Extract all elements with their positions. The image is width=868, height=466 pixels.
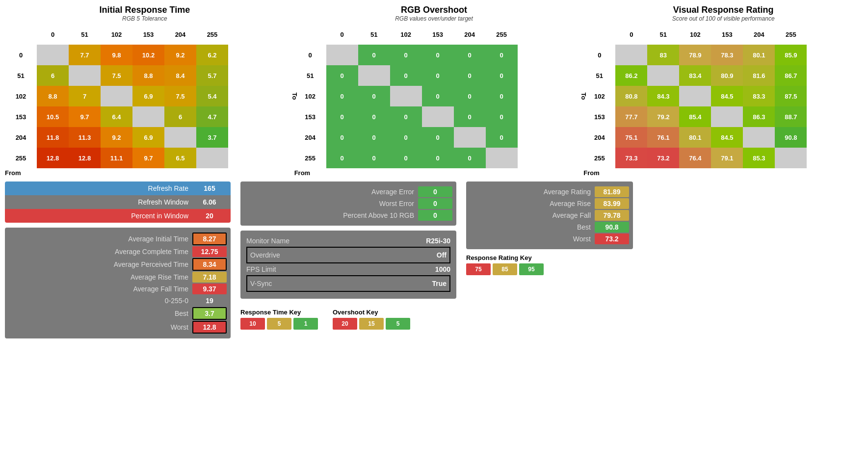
top-row: Initial Response Time RGB 5 Tolerance 05…: [5, 5, 863, 177]
overshoot-cell: 0: [390, 148, 422, 168]
avg-rise-vrr-label: Average Rise: [470, 200, 595, 207]
vrr-cell: [775, 148, 807, 168]
irt-row-header: 153: [5, 106, 37, 127]
irt-cell: 7: [69, 86, 101, 106]
fps-label: FPS Limit: [246, 265, 276, 273]
irt-cell: 11.3: [69, 127, 101, 148]
vrr-cell: 86.2: [615, 65, 647, 86]
overshoot-cell: [422, 106, 454, 127]
irt-col-header: 0: [37, 24, 69, 45]
table-row: 15300000: [294, 106, 518, 127]
overshoot-cell: 0: [326, 106, 358, 127]
vsync-inner-row: V-Sync True: [250, 280, 447, 287]
irt-col-header: 51: [69, 24, 101, 45]
zero-value: 19: [192, 295, 227, 306]
monitor-name-label: Monitor Name: [246, 237, 289, 245]
overshoot-cell: 0: [422, 86, 454, 106]
irt-cell: 5.4: [196, 86, 228, 106]
vrr-col-header: 51: [647, 24, 679, 45]
vrr-cell: [615, 45, 647, 65]
overshoot-cell: 0: [454, 106, 486, 127]
vrr-cell: 90.8: [775, 127, 807, 148]
vrr-row-header: 255: [583, 148, 615, 168]
table-row: 10280.884.384.583.387.5: [583, 86, 807, 106]
irt-cell: 11.8: [37, 127, 69, 148]
irt-subtitle: RGB 5 Tolerance: [5, 15, 285, 22]
overshoot-cell: 0: [358, 45, 390, 65]
avg-rating-label: Average Rating: [470, 188, 595, 196]
vrr-cell: 84.5: [711, 127, 743, 148]
vrr-stats-box: Average Rating 81.89 Average Rise 83.99 …: [466, 181, 633, 249]
irt-cell: [69, 65, 101, 86]
vsync-label: V-Sync: [250, 280, 272, 287]
vrr-heatmap: 051102153204255 08378.978.380.185.95186.…: [583, 24, 807, 168]
table-row: 000000: [294, 45, 518, 65]
vrr-row-header: 51: [583, 65, 615, 86]
irt-cell: 10.5: [37, 106, 69, 127]
rr-key-box: Response Rating Key 75 85 95: [466, 254, 633, 275]
overshoot-cell: 0: [326, 127, 358, 148]
avg-rise-row: Average Rise Time 7.18: [9, 272, 227, 283]
vrr-cell: 78.3: [711, 45, 743, 65]
overshoot-row-header: 102: [294, 86, 326, 106]
table-row: 10200000: [294, 86, 518, 106]
overshoot-col-header: 0: [326, 24, 358, 45]
vrr-cell: 83: [647, 45, 679, 65]
overshoot-cell: 0: [454, 65, 486, 86]
worst-label: Worst: [9, 323, 192, 331]
irt-cell: [132, 106, 164, 127]
irt-stats-box: Average Initial Time 8.27 Average Comple…: [5, 228, 231, 338]
vrr-cell: 73.3: [615, 148, 647, 168]
table-row: 5100000: [294, 65, 518, 86]
irt-heatmap: 051102153204255 07.79.810.29.26.25167.58…: [5, 24, 228, 168]
irt-cell: 3.7: [196, 127, 228, 148]
irt-cell: 6.9: [132, 127, 164, 148]
vrr-section: Visual Response Rating Score out of 100 …: [583, 5, 863, 177]
avg-rise-vrr-row: Average Rise 83.99: [470, 198, 629, 209]
overshoot-heatmap-wrapper: 051102153204255 000000510000010200000153…: [294, 24, 574, 168]
vrr-cell: 75.1: [615, 127, 647, 148]
avg-complete-value: 12.75: [192, 246, 227, 257]
overshoot-cell: 0: [390, 45, 422, 65]
worst-error-row: Worst Error 0: [244, 198, 452, 209]
irt-cell: 6: [164, 106, 196, 127]
irt-cell: 4.7: [196, 106, 228, 127]
avg-fall-vrr-value: 79.78: [595, 210, 629, 221]
avg-fall-vrr-row: Average Fall 79.78: [470, 210, 629, 221]
overshoot-row-header: 0: [294, 45, 326, 65]
avg-initial-label: Average Initial Time: [9, 235, 192, 243]
rt-swatch-5: 5: [267, 318, 291, 330]
percent-label: Percent in Window: [9, 212, 192, 220]
overshoot-cell: 0: [326, 86, 358, 106]
overshoot-cell: [326, 45, 358, 65]
irt-cell: 7.7: [69, 45, 101, 65]
zero-label: 0-255-0: [9, 297, 192, 305]
irt-col-header: 102: [101, 24, 132, 45]
irt-cell: 9.8: [101, 45, 132, 65]
vrr-cell: 80.1: [743, 45, 775, 65]
overshoot-cell: 0: [486, 127, 518, 148]
vrr-cell: [647, 65, 679, 86]
table-row: 5186.283.480.981.686.7: [583, 65, 807, 86]
irt-title: Initial Response Time: [5, 5, 285, 15]
vrr-cell: 80.9: [711, 65, 743, 86]
avg-error-row: Average Error 0: [244, 186, 452, 197]
refresh-window-label: Refresh Window: [9, 198, 192, 206]
os-swatch-15: 15: [359, 318, 384, 330]
vsync-row: V-Sync True: [246, 275, 450, 292]
overshoot-cell: 0: [486, 65, 518, 86]
avg-error-label: Average Error: [244, 188, 418, 196]
vrr-heatmap-wrapper: 051102153204255 08378.978.380.185.95186.…: [583, 24, 863, 168]
refresh-window-value: 6.06: [192, 198, 227, 206]
monitor-name-value: R25i-30: [426, 237, 450, 245]
irt-cell: 12.8: [69, 148, 101, 168]
rt-swatch-10: 10: [240, 318, 265, 330]
vrr-cell: 73.2: [647, 148, 679, 168]
os-key-swatches: 20 15 5: [333, 318, 410, 330]
rt-swatch-1: 1: [293, 318, 318, 330]
rr-key-title: Response Rating Key: [466, 254, 532, 261]
refresh-rate-value: 165: [192, 184, 227, 192]
avg-fall-vrr-label: Average Fall: [470, 211, 595, 219]
table-row: 5167.58.88.45.7: [5, 65, 228, 86]
avg-initial-value: 8.27: [192, 233, 227, 245]
